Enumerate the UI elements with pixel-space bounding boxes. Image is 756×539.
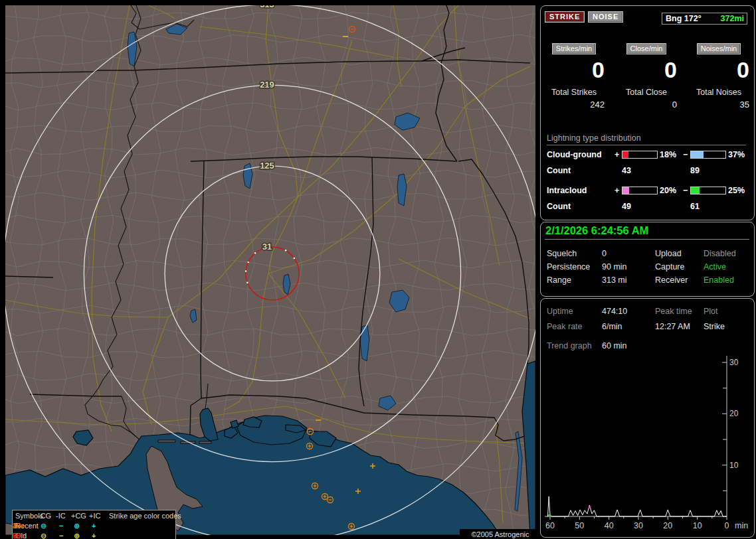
trend-panel: Uptime 474:10 Peak time Plot Peak rate 6… <box>540 298 755 538</box>
intracloud-label: Intracloud <box>547 186 587 195</box>
copyright-label: ©2005 Astrogenic Systems <box>460 529 541 539</box>
cg-pos-old-icon: ⊕ <box>74 531 80 539</box>
svg-text:219: 219 <box>260 80 274 90</box>
cg-pos-bar-fill <box>622 151 628 158</box>
status-row: Persistence 90 min Capture Active <box>541 262 747 273</box>
ic-pos-bar-fill <box>622 187 629 194</box>
legend-col-cg-neg: -CG <box>38 511 51 520</box>
legend-col-cg-pos: +CG <box>71 511 86 520</box>
svg-text:30: 30 <box>634 521 643 530</box>
range-label: Range <box>547 275 571 285</box>
cg-neg-recent-icon: ⊖ <box>41 521 47 530</box>
status-panel: 2/1/2026 6:24:56 AM Squelch 0 Upload Dis… <box>540 222 755 297</box>
legend-col-ic-pos: +IC <box>89 511 100 520</box>
bearing-label: Bng 172° <box>666 13 702 24</box>
count-label: Count <box>547 202 571 211</box>
plus-sign: + <box>614 186 619 195</box>
svg-text:20: 20 <box>729 409 739 418</box>
noise-mode-button[interactable]: NOISE <box>588 11 623 23</box>
range-value: 313 mi <box>602 275 627 285</box>
capture-status: Active <box>704 262 726 271</box>
cloud-ground-label: Cloud-ground <box>547 150 602 159</box>
strikes-per-min-button[interactable]: Strikes/min <box>552 43 596 54</box>
close-per-min-value: 0 <box>664 58 677 82</box>
svg-text:10: 10 <box>693 521 702 530</box>
count-label: Count <box>547 166 571 175</box>
total-close-label: Total Close <box>616 88 677 97</box>
persistence-value: 90 min <box>602 262 627 271</box>
map-canvas: 31321912531 <box>5 5 535 535</box>
svg-text:40: 40 <box>605 521 614 530</box>
total-strikes-label: Total Strikes <box>543 88 605 97</box>
strike-counter-panel: STRIKE NOISE Bng 172° 372mi Strikes/min … <box>540 5 755 220</box>
map-legend: Symbols -CG -IC +CG +IC Strike age color… <box>12 510 176 539</box>
ic-pos-pct: 20% <box>660 186 676 195</box>
strikes-per-min-value: 0 <box>592 58 605 82</box>
trend-graph: 1020306050403020100min <box>541 299 753 536</box>
cloud-ground-count-row: Count 43 89 <box>547 166 749 176</box>
total-noises-label: Total Noises <box>688 88 749 97</box>
cg-neg-count: 89 <box>690 166 700 175</box>
ic-neg-count: 61 <box>690 202 700 211</box>
cg-neg-bar-fill <box>691 151 704 158</box>
bearing-readout: Bng 172° 372mi <box>662 13 747 25</box>
persistence-label: Persistence <box>547 262 590 271</box>
cg-pos-pct: 18% <box>660 150 676 159</box>
close-per-min-button[interactable]: Close/min <box>626 43 667 54</box>
squelch-label: Squelch <box>547 249 577 258</box>
ic-neg-bar-fill <box>691 187 700 194</box>
ic-neg-recent-icon: − <box>59 521 63 530</box>
upload-status: Disabled <box>704 249 736 258</box>
close-counter-column: Close/min 0 Total Close 0 <box>616 43 677 54</box>
cg-pos-recent-icon: ⊕ <box>74 521 80 530</box>
cg-pos-bar <box>622 151 658 159</box>
strike-mode-button[interactable]: STRIKE <box>545 11 585 23</box>
ic-neg-old-icon: − <box>59 531 63 539</box>
receiver-status: Enabled <box>704 275 734 285</box>
ic-neg-pct: 25% <box>728 186 745 195</box>
noises-per-min-value: 0 <box>737 58 749 82</box>
divider <box>545 239 749 240</box>
ic-pos-recent-icon: + <box>92 521 96 530</box>
minus-sign: − <box>683 186 688 195</box>
svg-text:10: 10 <box>729 461 739 470</box>
cg-neg-bar <box>690 151 726 159</box>
svg-text:313: 313 <box>260 5 274 9</box>
intracloud-row: Intracloud + 20% − 25% <box>547 186 749 196</box>
capture-label: Capture <box>655 262 684 271</box>
app-window: { "panel": { "strike_btn": "STRIKE", "no… <box>0 0 756 539</box>
svg-text:20: 20 <box>663 521 672 530</box>
receiver-label: Receiver <box>655 275 688 285</box>
ic-pos-bar <box>622 187 658 194</box>
noises-counter-column: Noises/min 0 Total Noises 35 <box>688 43 749 54</box>
svg-text:60: 60 <box>545 521 555 530</box>
cloud-ground-row: Cloud-ground + 18% − 37% <box>547 150 749 160</box>
distribution-title: Lightning type distribution <box>547 133 746 145</box>
age-45: 45+ <box>13 521 25 530</box>
svg-text:31: 31 <box>262 242 272 252</box>
intracloud-count-row: Count 49 61 <box>547 202 749 212</box>
total-strikes-value: 242 <box>590 100 605 110</box>
lightning-map[interactable]: 31321912531 Symbols -CG -IC +CG +IC Stri… <box>5 5 535 535</box>
squelch-value: 0 <box>602 249 607 258</box>
cg-pos-count: 43 <box>622 166 631 175</box>
datetime-display: 2/1/2026 6:24:56 AM <box>545 224 648 237</box>
status-row: Squelch 0 Upload Disabled <box>541 249 747 260</box>
svg-text:30: 30 <box>729 358 739 367</box>
total-noises-value: 35 <box>740 100 749 110</box>
upload-label: Upload <box>655 249 682 258</box>
svg-text:0: 0 <box>725 521 729 530</box>
cg-neg-pct: 37% <box>728 150 745 159</box>
svg-text:50: 50 <box>575 521 584 530</box>
svg-text:min: min <box>735 521 748 530</box>
age-90: 90+ <box>13 531 25 539</box>
ic-pos-count: 49 <box>622 202 631 211</box>
minus-sign: − <box>683 150 688 159</box>
noises-per-min-button[interactable]: Noises/min <box>697 43 741 54</box>
ic-pos-old-icon: + <box>92 531 96 539</box>
bearing-distance: 372mi <box>721 13 744 24</box>
ic-neg-bar <box>690 187 726 194</box>
plus-sign: + <box>614 150 619 159</box>
strikes-counter-column: Strikes/min 0 Total Strikes 242 <box>543 43 605 54</box>
total-close-value: 0 <box>672 100 677 110</box>
